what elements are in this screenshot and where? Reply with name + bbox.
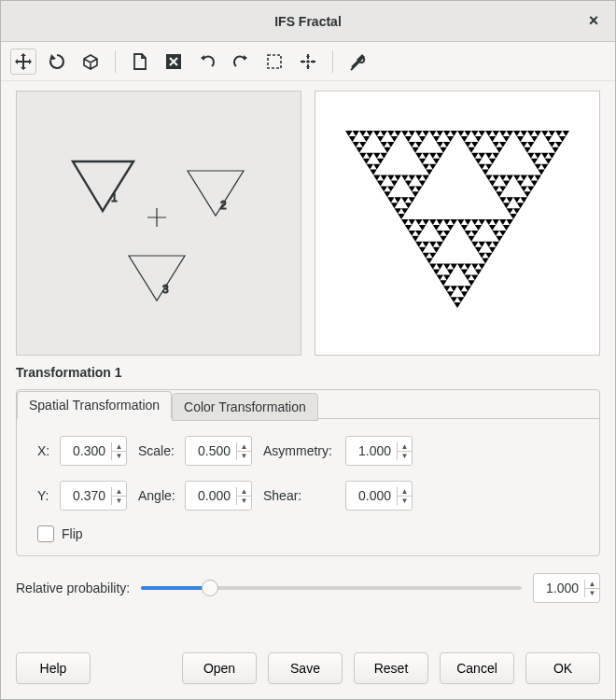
spin-down-icon[interactable]: ▼	[398, 497, 412, 505]
button-bar: Help Open Save Reset Cancel OK	[1, 639, 615, 699]
tab-color[interactable]: Color Transformation	[172, 393, 318, 421]
settings-tool[interactable]	[344, 49, 371, 75]
y-spinbox[interactable]: 0.370▲▼	[60, 481, 127, 511]
asymmetry-spinbox[interactable]: 1.000▲▼	[345, 436, 413, 466]
x-spinbox[interactable]: 0.300▲▼	[60, 436, 127, 466]
reset-button[interactable]: Reset	[354, 652, 428, 684]
spin-down-icon[interactable]: ▼	[237, 497, 251, 505]
tools-icon	[348, 52, 367, 71]
spin-down-icon[interactable]: ▼	[112, 452, 126, 460]
spin-down-icon[interactable]: ▼	[237, 452, 251, 460]
svg-text:1: 1	[111, 191, 118, 204]
preview-canvas	[315, 91, 600, 356]
cancel-button[interactable]: Cancel	[440, 652, 514, 684]
svg-rect-1	[268, 55, 281, 68]
tabs: Spatial Transformation Color Transformat…	[16, 389, 600, 556]
canvas-row: 1 2 3	[16, 91, 600, 356]
select-all-tool[interactable]	[261, 49, 287, 75]
scale-label: Scale:	[138, 443, 179, 458]
stretch-tool[interactable]	[77, 49, 104, 75]
scale-spinbox[interactable]: 0.500▲▼	[185, 436, 252, 466]
x-label: X:	[37, 443, 54, 458]
flip-checkbox[interactable]	[37, 525, 54, 542]
svg-text:3: 3	[162, 283, 169, 296]
angle-label: Angle:	[138, 488, 179, 503]
delete-icon	[164, 52, 183, 71]
flip-label: Flip	[62, 526, 83, 541]
ok-button[interactable]: OK	[525, 652, 600, 684]
svg-text:2: 2	[220, 199, 227, 212]
new-tool[interactable]	[127, 49, 153, 75]
spin-down-icon[interactable]: ▼	[585, 589, 599, 597]
ifs-fractal-window: IFS Fractal ×	[0, 0, 616, 700]
window-title: IFS Fractal	[274, 14, 342, 29]
angle-spinbox[interactable]: 0.000▲▼	[185, 481, 252, 511]
undo-tool[interactable]	[194, 49, 220, 75]
tab-spatial[interactable]: Spatial Transformation	[17, 391, 172, 419]
fractal-preview	[336, 121, 579, 327]
open-button[interactable]: Open	[182, 652, 257, 684]
spin-up-icon[interactable]: ▲	[112, 487, 126, 497]
spin-up-icon[interactable]: ▲	[398, 487, 412, 497]
cube-icon	[81, 52, 100, 71]
spin-down-icon[interactable]: ▼	[398, 452, 412, 460]
help-button[interactable]: Help	[16, 652, 91, 684]
svg-point-2	[306, 60, 310, 63]
close-icon[interactable]: ×	[583, 10, 604, 31]
probability-spinbox[interactable]: 1.000▲▼	[533, 573, 600, 603]
content-area: 1 2 3 Transformation 1 Spatial Trans	[1, 81, 615, 639]
center-icon	[299, 52, 317, 71]
y-label: Y:	[37, 488, 54, 503]
spin-up-icon[interactable]: ▲	[585, 580, 599, 589]
shear-label: Shear:	[263, 488, 340, 503]
center-tool[interactable]	[295, 49, 321, 75]
spin-up-icon[interactable]: ▲	[237, 487, 251, 497]
probability-row: Relative probability: 1.000▲▼	[16, 573, 600, 603]
rotate-tool[interactable]	[44, 49, 70, 75]
probability-slider[interactable]	[141, 578, 522, 598]
probability-label: Relative probability:	[16, 581, 130, 595]
undo-icon	[198, 52, 217, 71]
move-icon	[14, 52, 33, 71]
redo-icon	[231, 52, 250, 71]
asymmetry-label: Asymmetry:	[263, 443, 340, 458]
spatial-panel: X: 0.300▲▼ Scale: 0.500▲▼ Asymmetry: 1.0…	[17, 418, 599, 555]
spin-down-icon[interactable]: ▼	[112, 497, 126, 505]
move-tool[interactable]	[10, 49, 36, 75]
save-button[interactable]: Save	[268, 652, 343, 684]
tab-bar: Spatial Transformation Color Transformat…	[17, 390, 599, 418]
spin-up-icon[interactable]: ▲	[112, 442, 126, 452]
select-all-icon	[265, 52, 284, 71]
toolbar-separator	[332, 50, 333, 73]
delete-tool[interactable]	[161, 49, 187, 75]
toolbar-separator	[115, 50, 116, 73]
redo-tool[interactable]	[228, 49, 254, 75]
spin-up-icon[interactable]: ▲	[237, 442, 251, 452]
titlebar: IFS Fractal ×	[1, 1, 615, 42]
rotate-icon	[48, 52, 66, 71]
edit-canvas[interactable]: 1 2 3	[16, 91, 301, 356]
section-title: Transformation 1	[16, 365, 600, 380]
new-file-icon	[132, 52, 148, 71]
toolbar	[1, 42, 615, 81]
spin-up-icon[interactable]: ▲	[398, 442, 412, 452]
shear-spinbox[interactable]: 0.000▲▼	[345, 481, 413, 511]
